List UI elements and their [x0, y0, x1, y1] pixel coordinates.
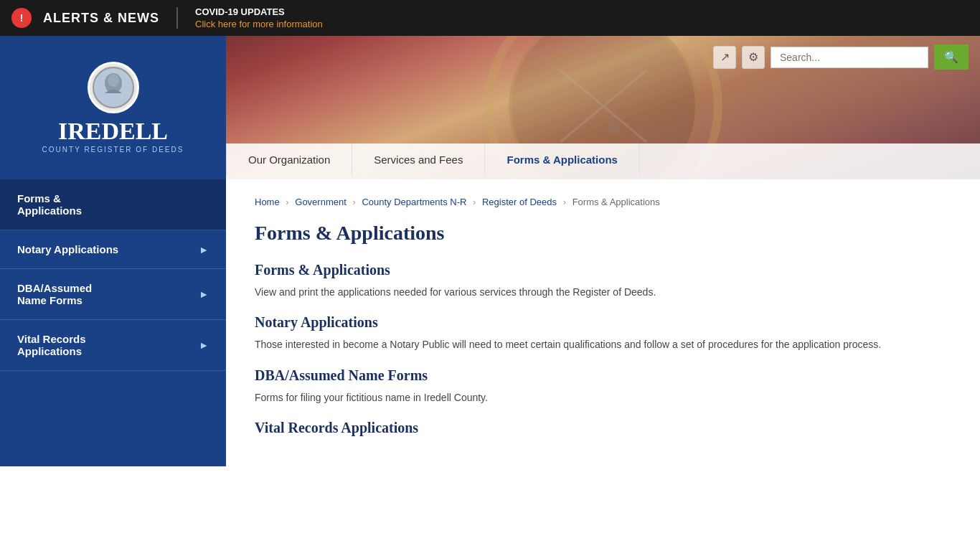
nav-services-fees[interactable]: Services and Fees [352, 143, 485, 176]
sidebar-item-dba[interactable]: DBA/AssumedName Forms ► [0, 269, 226, 320]
alert-content: COVID-19 UPDATES Click here for more inf… [195, 6, 323, 29]
breadcrumb-register[interactable]: Register of Deeds [482, 197, 557, 207]
alert-bar: ! ALERTS & NEWS COVID-19 UPDATES Click h… [0, 0, 980, 36]
main-nav: Our Organization Services and Fees Forms… [226, 143, 980, 179]
sidebar-notary-chevron: ► [199, 244, 209, 255]
breadcrumb-sep-4: › [563, 197, 566, 207]
sidebar-item-forms[interactable]: Forms &Applications [0, 179, 226, 230]
header-container: IREDELL COUNTY REGISTER OF DEEDS IREDELL… [0, 36, 980, 179]
breadcrumb-government[interactable]: Government [295, 197, 347, 207]
sidebar-item-forms-label: Forms &Applications [17, 192, 82, 217]
logo-circle [88, 62, 139, 113]
sidebar-vital-chevron: ► [199, 339, 209, 351]
alert-title: ALERTS & NEWS [43, 11, 159, 26]
section-heading-notary: Notary Applications [255, 314, 951, 331]
breadcrumb-sep-2: › [352, 197, 355, 207]
logo-area: IREDELL COUNTY REGISTER OF DEEDS [0, 36, 226, 179]
alert-divider [176, 7, 178, 29]
section-heading-vital: Vital Records Applications [255, 420, 951, 436]
gear-icon: ⚙ [748, 50, 758, 64]
section-heading-dba: DBA/Assumed Name Forms [255, 367, 951, 384]
sidebar-item-dba-label: DBA/AssumedName Forms [17, 282, 92, 306]
main-content: Home › Government › County Departments N… [226, 179, 980, 466]
share-button[interactable]: ↗ [713, 46, 736, 69]
sidebar-item-notary[interactable]: Notary Applications ► [0, 230, 226, 269]
share-icon: ↗ [720, 50, 730, 64]
page-title: Forms & Applications [255, 222, 951, 245]
logo-subtitle: COUNTY REGISTER OF DEEDS [42, 146, 184, 154]
sidebar-item-notary-label: Notary Applications [17, 243, 118, 255]
search-magnifier-icon: 🔍 [944, 51, 958, 63]
search-row: ↗ ⚙ 🔍 [713, 44, 969, 70]
breadcrumb-home[interactable]: Home [255, 197, 280, 207]
section-heading-forms: Forms & Applications [255, 262, 951, 278]
section-text-forms: View and print the applications needed f… [255, 284, 951, 300]
section-text-dba: Forms for filing your fictitious name in… [255, 390, 951, 405]
nav-our-organization[interactable]: Our Organization [226, 143, 352, 176]
sidebar-item-vital[interactable]: Vital RecordsApplications ► [0, 320, 226, 371]
sidebar-item-vital-label: Vital RecordsApplications [17, 333, 86, 357]
logo-seal-icon [92, 66, 135, 109]
sidebar: Forms &Applications Notary Applications … [0, 179, 226, 466]
svg-point-2 [108, 74, 119, 87]
settings-button[interactable]: ⚙ [742, 46, 765, 69]
nav-forms-applications[interactable]: Forms & Applications [485, 143, 639, 176]
section-text-notary: Those interested in become a Notary Publ… [255, 336, 951, 352]
svg-point-8 [608, 122, 620, 133]
alert-icon: ! [11, 8, 32, 28]
sidebar-dba-chevron: ► [199, 288, 209, 300]
content-wrapper: Forms &Applications Notary Applications … [0, 179, 980, 466]
alert-covid-title: COVID-19 UPDATES [195, 6, 323, 17]
alert-covid-link[interactable]: Click here for more information [195, 19, 323, 29]
breadcrumb-sep-3: › [473, 197, 476, 207]
breadcrumb-sep-1: › [286, 197, 288, 207]
breadcrumb-county-depts[interactable]: County Departments N-R [362, 197, 466, 207]
logo-text: IREDELL [58, 119, 168, 143]
search-input[interactable] [771, 47, 928, 68]
breadcrumb-current: Forms & Applications [573, 197, 660, 207]
search-button[interactable]: 🔍 [934, 44, 969, 70]
breadcrumb: Home › Government › County Departments N… [255, 197, 951, 207]
